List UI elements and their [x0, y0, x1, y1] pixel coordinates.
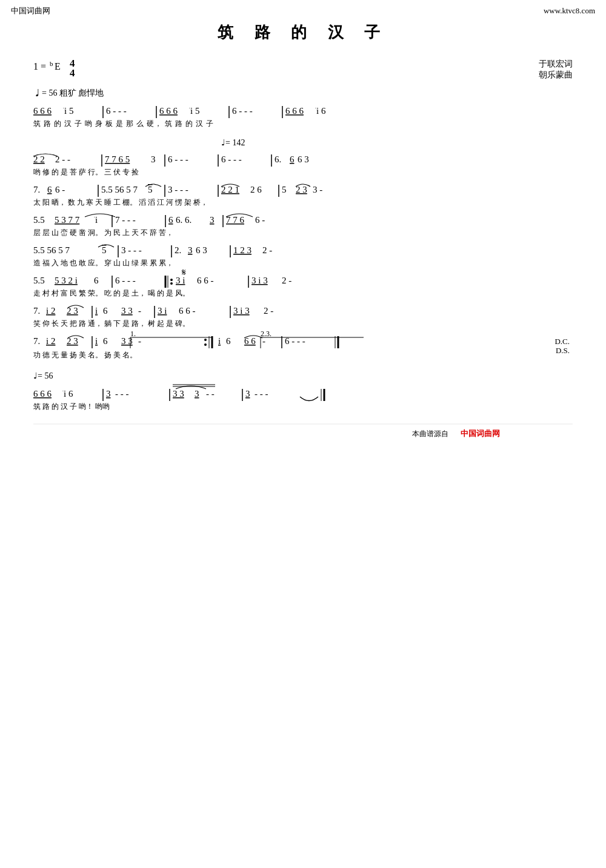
svg-text:i  5: i 5 — [64, 106, 73, 116]
svg-text:6  6  6: 6 6 6 — [285, 106, 304, 116]
svg-text:6.  6.: 6. 6. — [176, 215, 191, 225]
svg-text:6  6  -: 6 6 - — [179, 306, 196, 316]
svg-text:2 3: 2 3 — [67, 306, 78, 316]
svg-text:6  -: 6 - — [55, 185, 65, 194]
key-value: E — [55, 61, 61, 71]
svg-text:-: - — [262, 336, 265, 346]
svg-text:3: 3 — [210, 215, 215, 225]
svg-text:5  3  2  i: 5 3 2 i — [55, 276, 78, 285]
svg-text:3  i  3: 3 i 3 — [233, 306, 250, 316]
svg-point-109 — [204, 339, 207, 341]
svg-text:5.5  56  5  7: 5.5 56 5 7 — [101, 185, 138, 194]
row5-lyrics: 造 福 入 地 也 敢 应。 穿 山 山 绿 果 累 累， — [33, 259, 173, 267]
svg-text:7.: 7. — [33, 185, 40, 194]
svg-text:3: 3 — [151, 154, 156, 164]
row1-bar3: 6 6 6 i 5 · — [159, 105, 229, 118]
row1-bar2: 6 - - - — [106, 106, 156, 118]
svg-text:6  -  -  -: 6 - - - — [106, 106, 127, 116]
row6-bar4: 3 i 3 2 - — [251, 276, 291, 285]
svg-text:i: i — [218, 336, 221, 346]
svg-text:5.5: 5.5 — [33, 276, 45, 285]
row5-bar4: 1 2 3 2 - — [233, 245, 272, 255]
row7-lyrics: 笑 仰 长 天 把 路 通， 躺 下 是 路， 树 起 是 碑。 — [33, 319, 190, 328]
svg-text:i: i — [95, 336, 98, 346]
row1-lyrics: 筑 路 的 汉 子 哟 身 板 是 那 么 硬， 筑 路 的 汉 子 — [33, 119, 214, 128]
row3-bar5: 5 2 3 3 - — [282, 184, 322, 194]
row9-bar3: 3 3 3 - - — [173, 385, 242, 401]
title: 筑 路 的 汉 子 — [218, 24, 388, 41]
svg-text:3  -: 3 - — [313, 185, 322, 194]
svg-text:6: 6 — [290, 154, 295, 164]
svg-text:6  6  6: 6 6 6 — [33, 389, 52, 399]
tempo-3: ♩= 56 — [33, 371, 53, 380]
svg-text:7  7  6: 7 7 6 — [226, 215, 245, 225]
composer-text: 朝乐蒙曲 — [539, 70, 573, 79]
svg-text:3  3: 3 3 — [173, 389, 184, 399]
svg-text:2  -  -: 2 - - — [55, 154, 70, 164]
svg-text:3: 3 — [106, 389, 111, 399]
svg-text:i  2: i 2 — [46, 336, 55, 346]
lyricist-text: 于联宏词 — [539, 59, 573, 68]
svg-text:6  -  -  -: 6 - - - — [285, 336, 305, 346]
row4-lyrics: 层 层 山 峦 硬 凿 洞。 为 民 上 天 不 辞 苦， — [33, 228, 173, 237]
svg-text:6: 6 — [103, 336, 108, 346]
row7-bar3: 3 i 6 6 - — [158, 306, 230, 318]
svg-text:i: i — [95, 306, 98, 316]
row3-lyrics: 太 阳 晒， 数 九 寒 天 睡 工 棚。 滔 滔 江 河 愣 架 桥， — [33, 198, 208, 207]
dc-ds-2: D.S. — [556, 346, 570, 355]
dc-ds: D.C. — [554, 337, 570, 346]
svg-text:2  -: 2 - — [264, 306, 273, 316]
music-score-svg: 中国词曲网 www.ktvc8.com 筑 路 的 汉 子 1 = b E 4 … — [0, 0, 606, 868]
svg-text:5  3  7  7: 5 3 7 7 — [55, 215, 80, 225]
svg-text:i  6: i 6 — [316, 106, 326, 116]
svg-text:3: 3 — [188, 245, 193, 255]
row2-bar4: 6 - - - — [221, 154, 271, 167]
svg-text:2 3: 2 3 — [67, 336, 78, 346]
row8-bar2: i 6 3 3 - — [95, 336, 212, 348]
footer-label: 本曲谱源自 — [412, 429, 448, 438]
svg-text:·: · — [62, 388, 64, 394]
svg-text:6  6  -: 6 6 - — [197, 276, 214, 285]
svg-text:5: 5 — [282, 185, 287, 194]
svg-text:·: · — [315, 105, 316, 111]
svg-text:6  6: 6 6 — [244, 336, 256, 346]
row4-bar3: 6 6. 6. 3 — [168, 215, 223, 227]
row2-bar5: 6. 6 6 3 — [275, 154, 309, 164]
row7-bar1: 7. i 2 2 3 — [33, 305, 92, 318]
row2-lyrics: 哟 修 的 是 菩 萨 行。 三 伏 专 捡 — [33, 168, 139, 176]
footer-brand: 中国词曲网 — [461, 429, 500, 438]
svg-text:6: 6 — [47, 185, 52, 194]
svg-text:i  2: i 2 — [46, 306, 55, 316]
svg-text:6  -  -  -: 6 - - - — [168, 154, 188, 164]
svg-text:3: 3 — [195, 389, 199, 399]
svg-text:-  -: - - — [206, 389, 215, 399]
svg-point-74 — [170, 279, 173, 281]
tempo-2: ♩= 142 — [221, 138, 245, 147]
row5-bar3: 2. 3 6 3 — [175, 245, 230, 257]
row2-bar2: 7 7 6 5 3 — [105, 154, 165, 167]
svg-text:-  -  -: - - - — [255, 389, 268, 399]
svg-text:6  3: 6 3 — [196, 245, 207, 255]
svg-text:3: 3 — [245, 389, 250, 399]
row9-lyrics: 筑 路 的 汉 子 哟！ 哟哟 — [33, 402, 110, 411]
svg-text:6  3: 6 3 — [298, 154, 309, 164]
svg-text:2  2  1: 2 2 1 — [221, 185, 239, 194]
row5-bar2: 3 - - - — [121, 245, 171, 257]
svg-text:6  -  -  -: 6 - - - — [221, 154, 242, 164]
row2-bar1: 2 2 2 - - — [33, 154, 102, 167]
row4-bar1: 5.5 5 3 7 7 i · — [33, 214, 115, 227]
svg-text:1  2  3: 1 2 3 — [233, 245, 251, 255]
svg-text:6  6  6: 6 6 6 — [159, 106, 178, 116]
row3-bar1: 7. 6 6 - — [33, 185, 98, 197]
row6-bar1: 5.5 5 3 2 i 6 — [33, 276, 112, 288]
row6-bar2: 6 - - - — [115, 276, 173, 288]
svg-text:6  -  -  -: 6 - - - — [232, 106, 253, 116]
row9-bar4: 3 - - - — [245, 389, 324, 401]
row2-bar3: 6 - - - — [168, 154, 218, 167]
row1-bar4: 6 - - - — [232, 106, 282, 118]
svg-text:2  2: 2 2 — [33, 154, 45, 164]
row3-bar2: 5.5 56 5 7 5 — [101, 184, 165, 197]
svg-text:·: · — [94, 214, 95, 220]
row9-bar2: 3 - - - — [106, 389, 170, 401]
row1-bar1: 6 6 6 i 5 · — [33, 105, 103, 118]
